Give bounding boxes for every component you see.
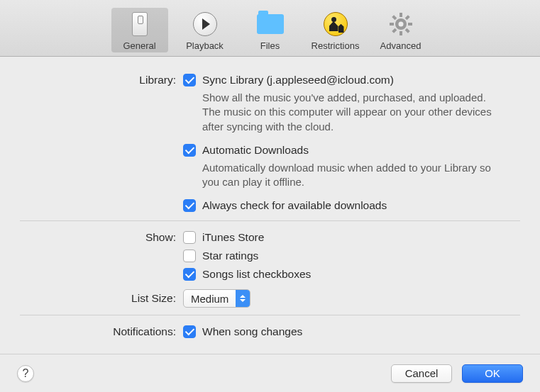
tab-label: Restrictions <box>312 40 360 51</box>
content-area: Library: Sync Library (j.appleseed@iclou… <box>0 57 540 340</box>
itunes-store-checkbox[interactable]: iTunes Store <box>183 231 520 244</box>
svg-rect-8 <box>392 15 397 20</box>
footer: ? Cancel OK <box>0 354 540 392</box>
svg-rect-9 <box>404 28 409 33</box>
svg-rect-3 <box>400 31 402 35</box>
svg-rect-6 <box>404 15 409 20</box>
chevron-updown-icon <box>236 290 250 307</box>
tab-files[interactable]: Files <box>242 8 299 52</box>
star-ratings-label: Star ratings <box>202 250 258 262</box>
play-icon <box>191 11 219 38</box>
list-size-value: Medium <box>184 293 236 305</box>
svg-rect-2 <box>400 13 402 17</box>
star-ratings-checkbox[interactable]: Star ratings <box>183 250 520 262</box>
tab-label: Playback <box>186 40 224 51</box>
songs-list-checkboxes-label: Songs list checkboxes <box>202 268 311 281</box>
help-icon: ? <box>23 367 29 380</box>
automatic-downloads-label: Automatic Downloads <box>202 144 309 157</box>
library-label: Library: <box>20 74 183 213</box>
help-button[interactable]: ? <box>17 365 34 382</box>
notifications-label: Notifications: <box>20 325 183 340</box>
sync-library-label: Sync Library (j.appleseed@icloud.com) <box>202 74 394 86</box>
itunes-store-label: iTunes Store <box>202 231 264 244</box>
checkbox-icon <box>183 250 196 262</box>
svg-rect-5 <box>408 23 412 26</box>
parental-icon <box>321 11 350 38</box>
ok-button[interactable]: OK <box>462 364 523 383</box>
ok-label: OK <box>485 367 500 379</box>
section-list-size: List Size: Medium <box>20 289 520 308</box>
general-icon <box>126 11 154 38</box>
section-notifications: Notifications: When song changes <box>20 325 520 340</box>
tab-label: Advanced <box>380 40 421 51</box>
section-show: Show: iTunes Store Star ratings Songs li… <box>20 231 520 282</box>
tab-label: Files <box>260 40 280 51</box>
tab-restrictions[interactable]: Restrictions <box>307 8 364 52</box>
checkbox-icon <box>183 74 196 86</box>
svg-rect-7 <box>392 28 397 33</box>
svg-rect-4 <box>390 23 394 26</box>
checkbox-icon <box>183 325 196 338</box>
divider <box>20 315 520 315</box>
section-library: Library: Sync Library (j.appleseed@iclou… <box>20 74 520 213</box>
cancel-label: Cancel <box>405 367 439 379</box>
when-song-changes-checkbox[interactable]: When song changes <box>183 325 520 338</box>
checkbox-icon <box>183 199 196 212</box>
tab-advanced[interactable]: Advanced <box>373 8 429 52</box>
divider <box>20 220 520 221</box>
tab-label: General <box>123 40 155 51</box>
automatic-downloads-checkbox[interactable]: Automatic Downloads <box>183 144 520 157</box>
songs-list-checkboxes-checkbox[interactable]: Songs list checkboxes <box>183 268 520 281</box>
automatic-downloads-desc: Automatically download music when added … <box>202 161 506 190</box>
svg-point-1 <box>398 22 403 27</box>
gear-icon <box>387 11 415 38</box>
list-size-select[interactable]: Medium <box>183 289 250 308</box>
list-size-label: List Size: <box>20 292 183 305</box>
checkbox-icon <box>183 144 196 157</box>
checkbox-icon <box>183 268 196 281</box>
cancel-button[interactable]: Cancel <box>391 364 452 383</box>
show-label: Show: <box>20 231 183 282</box>
toolbar: General Playback Files Restrictions <box>0 0 540 57</box>
sync-library-desc: Show all the music you've added, purchas… <box>202 91 506 134</box>
folder-icon <box>256 11 285 38</box>
when-song-changes-label: When song changes <box>202 325 302 338</box>
sync-library-checkbox[interactable]: Sync Library (j.appleseed@icloud.com) <box>183 74 520 86</box>
always-check-checkbox[interactable]: Always check for available downloads <box>183 199 520 212</box>
tab-playback[interactable]: Playback <box>177 8 233 52</box>
checkbox-icon <box>183 231 196 244</box>
always-check-label: Always check for available downloads <box>202 199 387 212</box>
tab-general[interactable]: General <box>111 8 168 52</box>
